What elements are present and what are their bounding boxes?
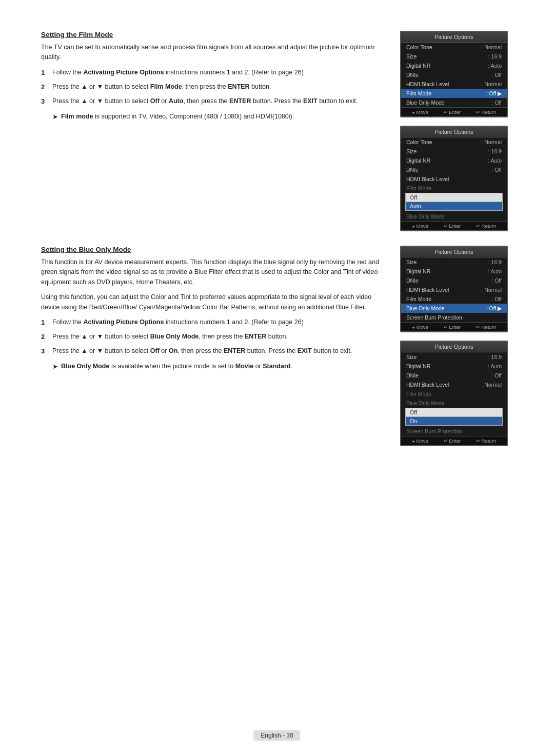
blue-menu-1-footer: ⬥ Move ↵ Enter ↩ Return bbox=[401, 322, 507, 331]
film-menu-1-enter: ↵ Enter bbox=[444, 109, 461, 115]
blue-menu-2: Picture Options Size : 16:9 Digital NR :… bbox=[400, 341, 508, 446]
blue-steps-list: 1 Follow the Activating Picture Options … bbox=[41, 317, 385, 356]
film-menu-2-move: ⬥ Move bbox=[412, 223, 428, 229]
film-menu-1-row-hdmibl: HDMI Black Level : Normal bbox=[401, 79, 507, 89]
film-menu-2-enter: ↵ Enter bbox=[444, 223, 461, 229]
film-step-1-num: 1 bbox=[41, 68, 48, 78]
blue-menu-2-row-hdmibl: HDMI Black Level : Normal bbox=[401, 380, 507, 389]
film-menu-1-row-dnr: Digital NR : Auto bbox=[401, 61, 507, 70]
blue-step-1-text: Follow the Activating Picture Options in… bbox=[52, 317, 385, 327]
film-menu-2-row-size: Size : 16:9 bbox=[401, 147, 507, 156]
blue-menu-1-return: ↩ Return bbox=[476, 324, 496, 330]
film-note-text: Film mode is supported in TV, Video, Com… bbox=[61, 112, 294, 122]
blue-menu-2-row-filmmode: Film Mode bbox=[401, 389, 507, 399]
film-dropdown-off: Off bbox=[405, 193, 503, 202]
blue-menu-1: Picture Options Size : 16:9 Digital NR :… bbox=[400, 246, 508, 332]
blue-step-3: 3 Press the ▲ or ▼ button to select Off … bbox=[41, 346, 385, 356]
page-container: Setting the Film Mode The TV can be set … bbox=[0, 0, 554, 756]
blue-mode-left: Setting the Blue Only Mode This function… bbox=[41, 246, 385, 446]
film-step-1-text: Follow the Activating Picture Options in… bbox=[52, 68, 385, 77]
blue-menu-1-header: Picture Options bbox=[401, 247, 507, 257]
film-menu-1-row-dnie: DNIe : Off bbox=[401, 70, 507, 79]
film-menu-2-row-blueonlymode: Blue Only Mode bbox=[401, 212, 507, 221]
blue-mode-right: Picture Options Size : 16:9 Digital NR :… bbox=[400, 246, 513, 446]
film-menu-1-row-size: Size : 16:9 bbox=[401, 52, 507, 61]
film-mode-desc: The TV can be set to automatically sense… bbox=[41, 43, 385, 63]
blue-step-2-num: 2 bbox=[41, 332, 48, 342]
film-menu-1-move: ⬥ Move bbox=[412, 109, 428, 115]
film-step-3-text: Press the ▲ or ▼ button to select Off or… bbox=[52, 96, 385, 106]
blue-step-2-text: Press the ▲ or ▼ button to select Blue O… bbox=[52, 332, 385, 342]
film-step-3: 3 Press the ▲ or ▼ button to select Off … bbox=[41, 96, 385, 107]
film-menu-2-footer: ⬥ Move ↵ Enter ↩ Return bbox=[401, 221, 507, 230]
blue-menu-1-enter: ↵ Enter bbox=[444, 324, 461, 330]
film-menu-2-return: ↩ Return bbox=[476, 223, 496, 229]
blue-note-text: Blue Only Mode is available when the pic… bbox=[61, 362, 292, 372]
blue-step-3-text: Press the ▲ or ▼ button to select Off or… bbox=[52, 346, 385, 356]
film-menu-1: Picture Options Color Tone : Normal Size… bbox=[400, 31, 508, 117]
film-menu-2-header: Picture Options bbox=[401, 127, 507, 137]
film-note-arrow: ➤ bbox=[52, 112, 58, 122]
blue-mode-section: Setting the Blue Only Mode This function… bbox=[41, 246, 513, 446]
blue-step-3-num: 3 bbox=[41, 346, 48, 356]
blue-menu-2-enter: ↵ Enter bbox=[444, 438, 461, 444]
film-menu-2-row-filmmode: Film Mode bbox=[401, 184, 507, 193]
film-menu-1-row-colortone: Color Tone : Normal bbox=[401, 43, 507, 52]
blue-mode-desc2: Using this function, you can adjust the … bbox=[41, 292, 385, 312]
film-menu-1-row-filmmode: Film Mode : Off ▶ bbox=[401, 89, 507, 98]
blue-menu-2-row-screenburn: Screen Burn Protection bbox=[401, 427, 507, 436]
film-step-2-num: 2 bbox=[41, 82, 48, 92]
film-dropdown-auto: Auto bbox=[405, 202, 503, 211]
film-steps-list: 1 Follow the Activating Picture Options … bbox=[41, 68, 385, 107]
page-footer: English - 30 bbox=[253, 730, 300, 741]
blue-dropdown: Off On bbox=[405, 408, 503, 426]
film-menu-1-header: Picture Options bbox=[401, 32, 507, 43]
film-mode-left: Setting the Film Mode The TV can be set … bbox=[41, 31, 385, 231]
film-dropdown: Off Auto bbox=[405, 193, 503, 211]
blue-mode-title: Setting the Blue Only Mode bbox=[41, 246, 385, 253]
film-step-2: 2 Press the ▲ or ▼ button to select Film… bbox=[41, 82, 385, 92]
film-menu-1-footer: ⬥ Move ↵ Enter ↩ Return bbox=[401, 107, 507, 116]
film-mode-right: Picture Options Color Tone : Normal Size… bbox=[400, 31, 513, 231]
film-menu-2-row-hdmibl: HDMI Black Level bbox=[401, 174, 507, 184]
blue-menu-2-header: Picture Options bbox=[401, 342, 507, 352]
blue-sub-note: ➤ Blue Only Mode is available when the p… bbox=[52, 362, 385, 372]
blue-menu-1-row-dnie: DNIe : Off bbox=[401, 276, 507, 285]
film-menu-2-row-dnie: DNIe : Off bbox=[401, 165, 507, 174]
blue-menu-1-row-dnr: Digital NR : Auto bbox=[401, 267, 507, 276]
blue-menu-1-row-blueonly: Blue Only Mode : Off ▶ bbox=[401, 304, 507, 313]
blue-mode-desc1: This function is for AV device measureme… bbox=[41, 257, 385, 287]
blue-menu-1-row-size: Size : 16:9 bbox=[401, 257, 507, 267]
film-step-3-num: 3 bbox=[41, 96, 48, 107]
blue-menu-2-row-dnr: Digital NR : Auto bbox=[401, 362, 507, 371]
blue-note-arrow: ➤ bbox=[52, 362, 58, 372]
film-mode-title: Setting the Film Mode bbox=[41, 31, 385, 38]
film-menu-2-row-dnr: Digital NR : Auto bbox=[401, 156, 507, 165]
film-menu-2: Picture Options Color Tone : Normal Size… bbox=[400, 126, 508, 231]
film-sub-note: ➤ Film mode is supported in TV, Video, C… bbox=[52, 112, 385, 122]
blue-menu-2-return: ↩ Return bbox=[476, 438, 496, 444]
blue-menu-1-row-hdmibl: HDMI Black Level : Normal bbox=[401, 285, 507, 294]
film-menu-1-return: ↩ Return bbox=[476, 109, 496, 115]
film-step-1: 1 Follow the Activating Picture Options … bbox=[41, 68, 385, 78]
blue-menu-1-row-screenburn: Screen Burn Protection bbox=[401, 313, 507, 322]
blue-dropdown-on: On bbox=[405, 417, 503, 426]
blue-dropdown-off: Off bbox=[405, 408, 503, 417]
blue-step-2: 2 Press the ▲ or ▼ button to select Blue… bbox=[41, 332, 385, 342]
blue-menu-2-move: ⬥ Move bbox=[412, 438, 428, 444]
blue-menu-2-row-dnie: DNIe : Off bbox=[401, 371, 507, 380]
blue-menu-2-row-blueonly: Blue Only Mode bbox=[401, 399, 507, 408]
film-menu-2-row-colortone: Color Tone : Normal bbox=[401, 137, 507, 147]
blue-menu-2-footer: ⬥ Move ↵ Enter ↩ Return bbox=[401, 436, 507, 445]
blue-menu-2-row-size: Size : 16:9 bbox=[401, 352, 507, 362]
blue-menu-1-move: ⬥ Move bbox=[412, 324, 428, 330]
film-mode-section: Setting the Film Mode The TV can be set … bbox=[41, 31, 513, 231]
blue-step-1: 1 Follow the Activating Picture Options … bbox=[41, 317, 385, 328]
film-step-2-text: Press the ▲ or ▼ button to select Film M… bbox=[52, 82, 385, 92]
blue-step-1-num: 1 bbox=[41, 317, 48, 328]
film-menu-1-row-blueonlymode: Blue Only Mode : Off bbox=[401, 98, 507, 107]
blue-menu-1-row-filmmode: Film Mode : Off bbox=[401, 294, 507, 304]
